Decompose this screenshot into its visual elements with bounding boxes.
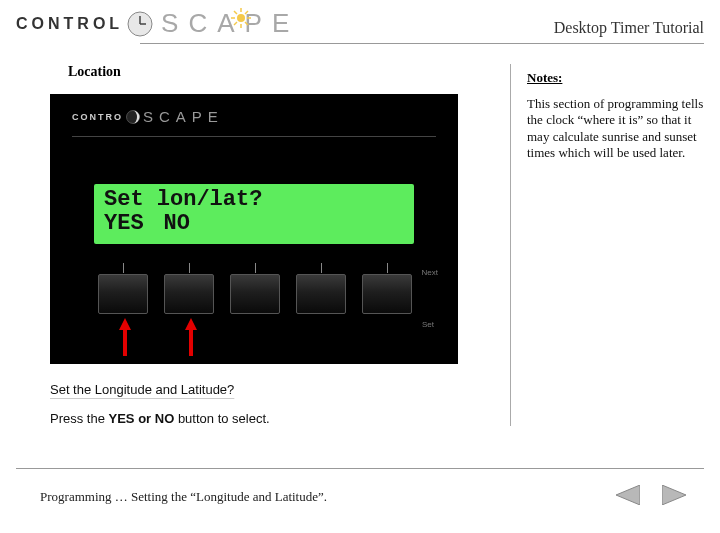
pointer-arrow-2 [186, 318, 196, 356]
physical-button-3 [230, 274, 280, 314]
device-label-set: Set [422, 320, 434, 329]
prev-button[interactable] [616, 485, 640, 509]
left-column: Location CONTRO SCAPE Set lon/lat? YES N… [50, 64, 490, 426]
header: CONTROL SCAPE [0, 0, 720, 43]
svg-marker-16 [662, 485, 686, 505]
svg-marker-15 [616, 485, 640, 505]
sun-icon [231, 4, 251, 35]
lcd-line1: Set lon/lat? [104, 188, 404, 212]
logo-scape-text: SCAPE [161, 8, 299, 39]
physical-button-1 [98, 274, 148, 314]
footer-divider [16, 468, 704, 469]
lcd-line2: YES NO [104, 212, 404, 236]
clock-icon [127, 11, 153, 37]
device-label-next: Next [422, 268, 438, 277]
notes-title: Notes: [527, 70, 704, 86]
next-button[interactable] [662, 485, 686, 509]
arrow-right-icon [662, 485, 686, 505]
physical-button-4 [296, 274, 346, 314]
instruction-action: Press the YES or NO button to select. [50, 411, 490, 426]
arrow-left-icon [616, 485, 640, 505]
lcd-display: Set lon/lat? YES NO [94, 184, 414, 244]
svg-point-3 [237, 14, 245, 22]
physical-button-row [98, 274, 412, 314]
svg-line-11 [234, 22, 237, 25]
svg-line-8 [234, 11, 237, 14]
device-logo-scape: SCAPE [143, 108, 224, 125]
logo-control-text: CONTROL [16, 15, 123, 33]
pointer-arrow-1 [120, 318, 130, 356]
device-photo: CONTRO SCAPE Set lon/lat? YES NO [50, 94, 458, 364]
svg-marker-13 [119, 318, 131, 356]
physical-button-2 [164, 274, 214, 314]
page-title: Desktop Timer Tutorial [554, 19, 704, 39]
lcd-yes: YES [104, 212, 144, 236]
nav-arrows [616, 485, 696, 509]
notes-body: This section of programming tells the cl… [527, 96, 704, 161]
notes-column: Notes: This section of programming tells… [510, 64, 704, 426]
footer: Programming … Setting the “Longitude and… [40, 485, 696, 509]
lcd-no: NO [164, 212, 190, 236]
footer-text: Programming … Setting the “Longitude and… [40, 489, 327, 505]
device-logo-control: CONTRO [72, 112, 123, 122]
instruction-question: Set the Longitude and Latitude? [50, 382, 490, 397]
physical-button-5 [362, 274, 412, 314]
svg-marker-14 [185, 318, 197, 356]
moon-icon [126, 110, 140, 124]
svg-line-9 [245, 22, 248, 25]
device-divider [72, 136, 436, 137]
logo: CONTROL SCAPE [16, 8, 299, 39]
section-title: Location [68, 64, 490, 80]
svg-line-10 [245, 11, 248, 14]
device-logo: CONTRO SCAPE [72, 108, 224, 125]
content-area: Location CONTRO SCAPE Set lon/lat? YES N… [0, 44, 720, 436]
